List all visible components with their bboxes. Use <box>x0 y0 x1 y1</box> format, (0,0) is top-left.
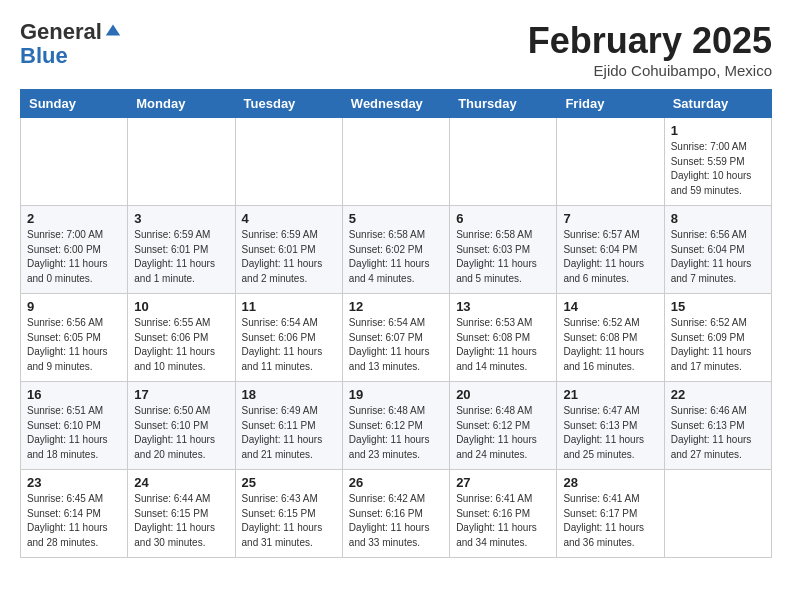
logo-text: General <box>20 20 102 44</box>
calendar-day-cell: 23Sunrise: 6:45 AM Sunset: 6:14 PM Dayli… <box>21 470 128 558</box>
calendar-day-cell <box>235 118 342 206</box>
day-of-week-header: Wednesday <box>342 90 449 118</box>
day-info: Sunrise: 6:52 AM Sunset: 6:09 PM Dayligh… <box>671 316 765 374</box>
day-info: Sunrise: 6:44 AM Sunset: 6:15 PM Dayligh… <box>134 492 228 550</box>
calendar-day-cell: 12Sunrise: 6:54 AM Sunset: 6:07 PM Dayli… <box>342 294 449 382</box>
calendar-day-cell <box>21 118 128 206</box>
calendar-day-cell <box>342 118 449 206</box>
calendar-day-cell: 26Sunrise: 6:42 AM Sunset: 6:16 PM Dayli… <box>342 470 449 558</box>
day-info: Sunrise: 6:52 AM Sunset: 6:08 PM Dayligh… <box>563 316 657 374</box>
calendar-day-cell: 27Sunrise: 6:41 AM Sunset: 6:16 PM Dayli… <box>450 470 557 558</box>
day-number: 1 <box>671 123 765 138</box>
logo-icon <box>104 21 122 39</box>
day-number: 22 <box>671 387 765 402</box>
day-number: 2 <box>27 211 121 226</box>
day-info: Sunrise: 6:56 AM Sunset: 6:04 PM Dayligh… <box>671 228 765 286</box>
calendar-day-cell <box>128 118 235 206</box>
day-number: 17 <box>134 387 228 402</box>
day-info: Sunrise: 6:42 AM Sunset: 6:16 PM Dayligh… <box>349 492 443 550</box>
calendar-day-cell <box>450 118 557 206</box>
day-number: 8 <box>671 211 765 226</box>
day-info: Sunrise: 7:00 AM Sunset: 6:00 PM Dayligh… <box>27 228 121 286</box>
calendar-day-cell: 11Sunrise: 6:54 AM Sunset: 6:06 PM Dayli… <box>235 294 342 382</box>
day-number: 3 <box>134 211 228 226</box>
day-number: 5 <box>349 211 443 226</box>
calendar-day-cell: 6Sunrise: 6:58 AM Sunset: 6:03 PM Daylig… <box>450 206 557 294</box>
calendar-day-cell: 14Sunrise: 6:52 AM Sunset: 6:08 PM Dayli… <box>557 294 664 382</box>
day-info: Sunrise: 7:00 AM Sunset: 5:59 PM Dayligh… <box>671 140 765 198</box>
calendar-day-cell: 10Sunrise: 6:55 AM Sunset: 6:06 PM Dayli… <box>128 294 235 382</box>
calendar-day-cell: 16Sunrise: 6:51 AM Sunset: 6:10 PM Dayli… <box>21 382 128 470</box>
calendar-day-cell: 9Sunrise: 6:56 AM Sunset: 6:05 PM Daylig… <box>21 294 128 382</box>
day-number: 26 <box>349 475 443 490</box>
day-number: 12 <box>349 299 443 314</box>
day-info: Sunrise: 6:58 AM Sunset: 6:02 PM Dayligh… <box>349 228 443 286</box>
calendar-day-cell: 13Sunrise: 6:53 AM Sunset: 6:08 PM Dayli… <box>450 294 557 382</box>
day-number: 7 <box>563 211 657 226</box>
day-number: 9 <box>27 299 121 314</box>
day-of-week-header: Tuesday <box>235 90 342 118</box>
day-info: Sunrise: 6:48 AM Sunset: 6:12 PM Dayligh… <box>456 404 550 462</box>
calendar-day-cell: 21Sunrise: 6:47 AM Sunset: 6:13 PM Dayli… <box>557 382 664 470</box>
month-title: February 2025 <box>528 20 772 62</box>
day-of-week-header: Friday <box>557 90 664 118</box>
calendar-day-cell: 7Sunrise: 6:57 AM Sunset: 6:04 PM Daylig… <box>557 206 664 294</box>
calendar-table: SundayMondayTuesdayWednesdayThursdayFrid… <box>20 89 772 558</box>
logo-blue: Blue <box>20 44 122 68</box>
day-info: Sunrise: 6:43 AM Sunset: 6:15 PM Dayligh… <box>242 492 336 550</box>
day-info: Sunrise: 6:54 AM Sunset: 6:07 PM Dayligh… <box>349 316 443 374</box>
day-info: Sunrise: 6:49 AM Sunset: 6:11 PM Dayligh… <box>242 404 336 462</box>
day-number: 19 <box>349 387 443 402</box>
day-info: Sunrise: 6:41 AM Sunset: 6:16 PM Dayligh… <box>456 492 550 550</box>
day-info: Sunrise: 6:51 AM Sunset: 6:10 PM Dayligh… <box>27 404 121 462</box>
day-info: Sunrise: 6:54 AM Sunset: 6:06 PM Dayligh… <box>242 316 336 374</box>
calendar-day-cell: 25Sunrise: 6:43 AM Sunset: 6:15 PM Dayli… <box>235 470 342 558</box>
page-header: General Blue February 2025 Ejido Cohuiba… <box>20 20 772 79</box>
day-of-week-header: Thursday <box>450 90 557 118</box>
day-of-week-header: Monday <box>128 90 235 118</box>
calendar-header-row: SundayMondayTuesdayWednesdayThursdayFrid… <box>21 90 772 118</box>
calendar-day-cell: 8Sunrise: 6:56 AM Sunset: 6:04 PM Daylig… <box>664 206 771 294</box>
day-number: 21 <box>563 387 657 402</box>
day-number: 14 <box>563 299 657 314</box>
day-info: Sunrise: 6:56 AM Sunset: 6:05 PM Dayligh… <box>27 316 121 374</box>
calendar-day-cell: 20Sunrise: 6:48 AM Sunset: 6:12 PM Dayli… <box>450 382 557 470</box>
logo: General Blue <box>20 20 122 68</box>
day-number: 20 <box>456 387 550 402</box>
calendar-day-cell: 18Sunrise: 6:49 AM Sunset: 6:11 PM Dayli… <box>235 382 342 470</box>
calendar-day-cell: 5Sunrise: 6:58 AM Sunset: 6:02 PM Daylig… <box>342 206 449 294</box>
day-info: Sunrise: 6:47 AM Sunset: 6:13 PM Dayligh… <box>563 404 657 462</box>
calendar-day-cell <box>664 470 771 558</box>
calendar-week-row: 9Sunrise: 6:56 AM Sunset: 6:05 PM Daylig… <box>21 294 772 382</box>
calendar-week-row: 2Sunrise: 7:00 AM Sunset: 6:00 PM Daylig… <box>21 206 772 294</box>
day-info: Sunrise: 6:57 AM Sunset: 6:04 PM Dayligh… <box>563 228 657 286</box>
day-info: Sunrise: 6:58 AM Sunset: 6:03 PM Dayligh… <box>456 228 550 286</box>
day-number: 16 <box>27 387 121 402</box>
svg-marker-0 <box>106 25 120 36</box>
day-number: 27 <box>456 475 550 490</box>
calendar-day-cell: 3Sunrise: 6:59 AM Sunset: 6:01 PM Daylig… <box>128 206 235 294</box>
day-info: Sunrise: 6:41 AM Sunset: 6:17 PM Dayligh… <box>563 492 657 550</box>
calendar-day-cell: 4Sunrise: 6:59 AM Sunset: 6:01 PM Daylig… <box>235 206 342 294</box>
day-info: Sunrise: 6:55 AM Sunset: 6:06 PM Dayligh… <box>134 316 228 374</box>
day-info: Sunrise: 6:45 AM Sunset: 6:14 PM Dayligh… <box>27 492 121 550</box>
calendar-day-cell: 2Sunrise: 7:00 AM Sunset: 6:00 PM Daylig… <box>21 206 128 294</box>
calendar-day-cell: 24Sunrise: 6:44 AM Sunset: 6:15 PM Dayli… <box>128 470 235 558</box>
day-info: Sunrise: 6:59 AM Sunset: 6:01 PM Dayligh… <box>134 228 228 286</box>
day-number: 25 <box>242 475 336 490</box>
calendar-day-cell: 19Sunrise: 6:48 AM Sunset: 6:12 PM Dayli… <box>342 382 449 470</box>
day-info: Sunrise: 6:50 AM Sunset: 6:10 PM Dayligh… <box>134 404 228 462</box>
day-of-week-header: Saturday <box>664 90 771 118</box>
calendar-day-cell: 22Sunrise: 6:46 AM Sunset: 6:13 PM Dayli… <box>664 382 771 470</box>
calendar-day-cell: 17Sunrise: 6:50 AM Sunset: 6:10 PM Dayli… <box>128 382 235 470</box>
day-number: 13 <box>456 299 550 314</box>
day-number: 24 <box>134 475 228 490</box>
calendar-day-cell: 28Sunrise: 6:41 AM Sunset: 6:17 PM Dayli… <box>557 470 664 558</box>
day-number: 11 <box>242 299 336 314</box>
day-of-week-header: Sunday <box>21 90 128 118</box>
day-info: Sunrise: 6:46 AM Sunset: 6:13 PM Dayligh… <box>671 404 765 462</box>
day-info: Sunrise: 6:48 AM Sunset: 6:12 PM Dayligh… <box>349 404 443 462</box>
day-number: 4 <box>242 211 336 226</box>
day-number: 10 <box>134 299 228 314</box>
title-section: February 2025 Ejido Cohuibampo, Mexico <box>528 20 772 79</box>
